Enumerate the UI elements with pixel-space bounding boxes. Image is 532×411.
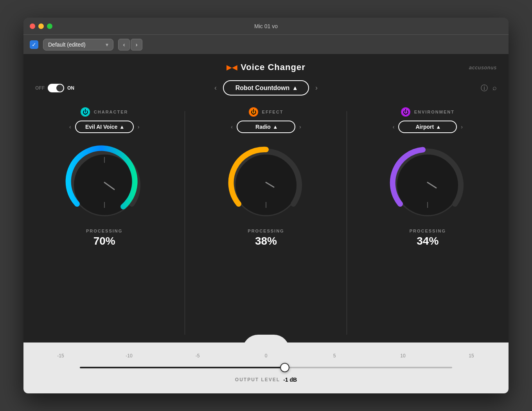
knobs-section: ⏻ CHARACTER ‹ Evil AI Voice ▴ › <box>23 99 509 342</box>
preset-next-button[interactable]: › <box>315 84 318 92</box>
effect-prev-button[interactable]: ‹ <box>231 124 233 130</box>
toggle-knob <box>56 85 63 92</box>
character-selector-name: Evil AI Voice <box>85 124 117 130</box>
preset-triangle-icon: ▴ <box>293 84 297 92</box>
effect-next-button[interactable]: › <box>299 124 301 130</box>
title-bar: Mic 01 vo <box>23 18 509 35</box>
effect-label: EFFECT <box>262 110 284 114</box>
output-slider[interactable] <box>80 362 452 373</box>
character-selector[interactable]: Evil AI Voice ▴ <box>75 121 134 133</box>
plugin-title: Voice Changer <box>241 62 305 72</box>
plugin-header: ▶◀ Voice Changer accusonus <box>23 54 509 76</box>
scale-mark-0: 0 <box>260 353 272 359</box>
scale-mark-n5: -5 <box>192 353 203 359</box>
output-label-row: OUTPUT LEVEL -1 dB <box>235 377 297 383</box>
environment-power-icon[interactable]: ⏻ <box>401 107 410 117</box>
controls-row: OFF ON ‹ Robot Countdown ▴ › ⓘ ⌕ <box>23 76 509 99</box>
effect-processing-label: PROCESSING <box>248 229 284 233</box>
character-prev-button[interactable]: ‹ <box>69 124 71 130</box>
output-section: -15 -10 -5 0 5 10 15 OUTPUT LEVEL -1 dB <box>23 342 509 393</box>
effect-selector-name: Radio <box>255 124 271 130</box>
environment-prev-button[interactable]: ‹ <box>393 124 395 130</box>
effect-triangle: ▴ <box>274 124 277 130</box>
environment-selector-row: ‹ Airport ▴ › <box>393 121 463 133</box>
info-icon[interactable]: ⓘ <box>481 83 488 93</box>
effect-power-icon[interactable]: ⏻ <box>249 107 258 117</box>
arrow-left-icon: ‹ <box>123 41 125 48</box>
traffic-lights <box>30 23 52 29</box>
effect-power-symbol: ⏻ <box>251 109 256 115</box>
plugin-body: ▶◀ Voice Changer accusonus OFF ON ‹ Robo… <box>23 54 509 393</box>
close-button[interactable] <box>30 23 35 29</box>
effect-knob[interactable] <box>227 143 305 222</box>
scale-mark-n10: -10 <box>123 353 135 359</box>
effect-value: 38% <box>255 235 277 247</box>
toggle-on-label: ON <box>67 85 74 91</box>
next-button[interactable]: › <box>131 39 142 50</box>
maximize-button[interactable] <box>47 23 52 29</box>
arrow-right-icon: › <box>136 41 138 48</box>
scale-mark-p5: 5 <box>329 353 340 359</box>
environment-next-button[interactable]: › <box>461 124 463 130</box>
preset-prev-button[interactable]: ‹ <box>214 84 217 92</box>
prev-button[interactable]: ‹ <box>118 39 130 50</box>
nav-buttons: ‹ › <box>118 39 142 50</box>
environment-value: 34% <box>417 235 439 247</box>
character-power-icon[interactable]: ⏻ <box>81 107 90 117</box>
scale-mark-p15: 15 <box>466 353 477 359</box>
plugin-title-icon: ▶◀ <box>226 63 237 72</box>
environment-selector-name: Airport <box>415 124 434 130</box>
chevron-down-icon: ▾ <box>106 41 108 48</box>
info-icons: ⓘ ⌕ <box>481 83 497 93</box>
preset-nav: ‹ Robot Countdown ▴ › <box>214 80 318 96</box>
effect-header: ⏻ EFFECT <box>249 107 284 117</box>
output-bump <box>243 335 289 350</box>
environment-panel: ⏻ ENVIRONMENT ‹ Airport ▴ › <box>347 103 509 342</box>
main-window: Mic 01 vo ✓ Default (edited) ▾ ‹ › ▶◀ Vo… <box>23 18 509 393</box>
environment-knob[interactable] <box>388 143 467 222</box>
environment-selector[interactable]: Airport ▴ <box>398 121 457 133</box>
window-title: Mic 01 vo <box>254 23 278 29</box>
environment-triangle: ▴ <box>437 124 440 130</box>
character-header: ⏻ CHARACTER <box>81 107 128 117</box>
environment-processing-label: PROCESSING <box>410 229 446 233</box>
accusonus-logo: accusonus <box>469 65 497 70</box>
preset-selector[interactable]: Robot Countdown ▴ <box>223 80 309 96</box>
slider-track-light <box>285 367 452 368</box>
preset-selector-name: Robot Countdown <box>235 85 290 92</box>
minimize-button[interactable] <box>38 23 44 29</box>
slider-thumb[interactable] <box>280 363 289 372</box>
character-knob[interactable] <box>65 143 144 222</box>
character-next-button[interactable]: › <box>138 124 140 130</box>
enable-checkbox[interactable]: ✓ <box>30 40 38 49</box>
check-icon: ✓ <box>32 41 36 48</box>
slider-track-dark <box>80 367 285 368</box>
character-triangle: ▴ <box>120 124 123 130</box>
character-selector-row: ‹ Evil AI Voice ▴ › <box>69 121 139 133</box>
character-processing-label: PROCESSING <box>86 229 122 233</box>
toggle-container: OFF ON <box>35 84 74 92</box>
toolbar: ✓ Default (edited) ▾ ‹ › <box>23 35 509 54</box>
character-panel: ⏻ CHARACTER ‹ Evil AI Voice ▴ › <box>23 103 185 342</box>
scale-row: -15 -10 -5 0 5 10 15 <box>47 353 485 359</box>
character-value: 70% <box>93 235 115 247</box>
effect-panel: ⏻ EFFECT ‹ Radio ▴ › <box>185 103 347 342</box>
preset-dropdown[interactable]: Default (edited) ▾ <box>43 39 113 50</box>
output-label: OUTPUT LEVEL <box>235 377 280 382</box>
character-label: CHARACTER <box>94 110 128 114</box>
preset-name: Default (edited) <box>48 41 86 48</box>
power-symbol: ⏻ <box>83 109 88 115</box>
toggle-off-label: OFF <box>35 85 45 91</box>
environment-label: ENVIRONMENT <box>414 110 455 114</box>
effect-selector[interactable]: Radio ▴ <box>237 121 295 133</box>
search-icon[interactable]: ⌕ <box>492 84 497 92</box>
output-value: -1 dB <box>283 377 297 383</box>
scale-mark-n15: -15 <box>55 353 66 359</box>
environment-power-symbol: ⏻ <box>403 109 408 115</box>
environment-header: ⏻ ENVIRONMENT <box>401 107 455 117</box>
effect-selector-row: ‹ Radio ▴ › <box>231 121 301 133</box>
scale-mark-p10: 10 <box>397 353 409 359</box>
toggle-switch[interactable] <box>48 84 64 92</box>
